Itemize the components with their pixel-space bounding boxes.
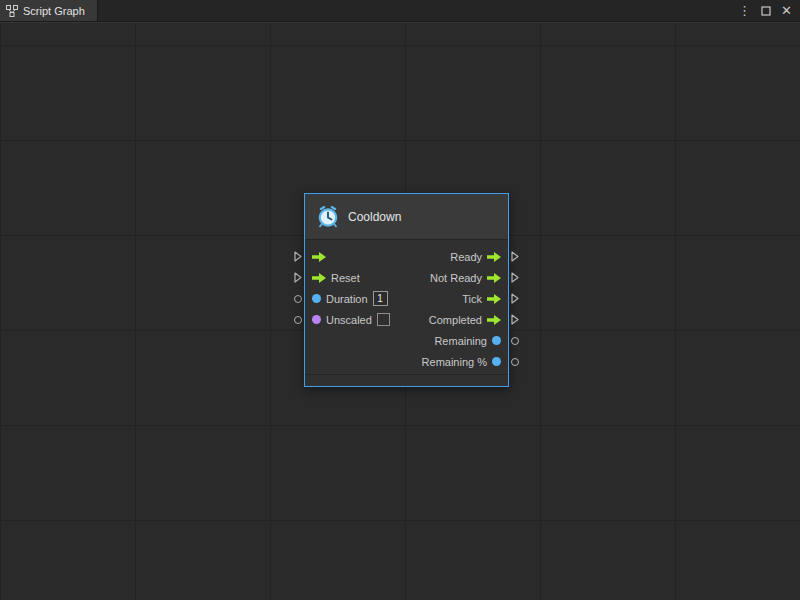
tab-script-graph[interactable]: Script Graph [0,0,98,21]
flow-connector-icon[interactable] [294,272,302,283]
node-body: Ready ResetNot Ready DurationTick Unscal… [305,240,508,374]
flow-port-icon[interactable] [487,294,501,304]
connector-slot [291,288,304,309]
maximize-icon[interactable] [761,6,771,16]
value-connector-icon[interactable] [511,337,519,345]
connector-slot [509,330,522,351]
output-port-label: Remaining % [422,356,487,368]
connector-slot [291,309,304,330]
output-port-label: Completed [429,314,482,326]
connector-slot [509,288,522,309]
cooldown-node-area: Cooldown Ready ResetNot Ready DurationTi… [291,193,522,387]
value-port-icon[interactable] [492,357,501,366]
node-row: Remaining % [305,351,508,372]
duration-value-field[interactable] [373,291,388,306]
window-controls: ⋮ ✕ [738,0,800,21]
connector-slot [509,309,522,330]
node-row: DurationTick [305,288,508,309]
node-row: UnscaledCompleted [305,309,508,330]
script-graph-icon [6,5,18,17]
node-row: ResetNot Ready [305,267,508,288]
connector-slot [291,246,304,267]
value-connector-icon[interactable] [294,316,302,324]
kebab-menu-icon[interactable]: ⋮ [738,4,751,17]
value-port-icon[interactable] [492,336,501,345]
output-port-label: Remaining [434,335,487,347]
output-connectors-column [509,246,522,387]
cooldown-node[interactable]: Cooldown Ready ResetNot Ready DurationTi… [304,193,509,387]
output-port-label: Ready [450,251,482,263]
output-port-label: Tick [462,293,482,305]
flow-connector-icon[interactable] [511,272,519,283]
unscaled-checkbox[interactable] [377,313,390,326]
flow-port-icon[interactable] [312,252,326,262]
flow-port-icon[interactable] [487,273,501,283]
flow-connector-icon[interactable] [511,251,519,262]
value-port-icon[interactable] [312,315,321,324]
input-port-label: Reset [331,272,360,284]
node-header[interactable]: Cooldown [305,194,508,240]
connector-slot [291,330,304,351]
flow-port-icon[interactable] [487,252,501,262]
input-connectors-column [291,246,304,387]
connector-slot [509,351,522,372]
node-footer [305,374,508,386]
title-bar: Script Graph ⋮ ✕ [0,0,800,22]
alarm-clock-icon [317,206,339,228]
close-icon[interactable]: ✕ [781,4,792,17]
flow-port-icon[interactable] [487,315,501,325]
value-connector-icon[interactable] [294,295,302,303]
connector-slot [291,351,304,372]
connector-slot [291,267,304,288]
output-port-label: Not Ready [430,272,482,284]
input-port-label: Unscaled [326,314,372,326]
flow-port-icon[interactable] [312,273,326,283]
node-row: Ready [305,246,508,267]
node-title: Cooldown [348,210,401,224]
graph-canvas[interactable]: Cooldown Ready ResetNot Ready DurationTi… [0,23,800,600]
connector-slot [509,267,522,288]
input-port-label: Duration [326,293,368,305]
value-port-icon[interactable] [312,294,321,303]
value-connector-icon[interactable] [511,358,519,366]
tab-label: Script Graph [23,5,85,17]
connector-slot [509,246,522,267]
flow-connector-icon[interactable] [294,251,302,262]
node-row: Remaining [305,330,508,351]
flow-connector-icon[interactable] [511,314,519,325]
flow-connector-icon[interactable] [511,293,519,304]
script-graph-window: Script Graph ⋮ ✕ i <> enemy [0,0,800,600]
